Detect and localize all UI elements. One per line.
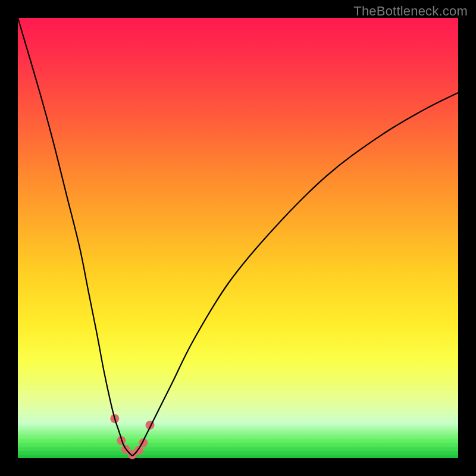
plot-area <box>18 18 458 458</box>
watermark-text: TheBottleneck.com <box>353 4 468 19</box>
chart-frame: TheBottleneck.com <box>0 0 476 476</box>
bottleneck-markers <box>110 414 154 459</box>
curve-left-branch <box>18 18 132 456</box>
curve-right-branch <box>132 93 458 456</box>
curve-layer <box>18 18 458 458</box>
